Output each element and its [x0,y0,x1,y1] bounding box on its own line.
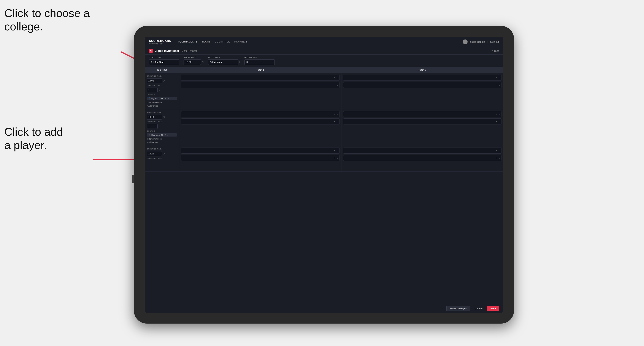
slot-chevron-6-1[interactable]: ⌄ [498,150,500,152]
slot-x-3-1[interactable]: ✕ [334,113,336,115]
remove-group-2[interactable]: ○ Remove Group [147,138,177,140]
team2-col-2: ✕ ⌄ ✕ ⌄ [342,109,504,146]
group-size-select[interactable]: 3 [244,59,275,65]
remove-icon-2: ○ [147,138,148,140]
slot-chevron-2-2[interactable]: ⌄ [498,84,500,86]
starting-time-label-1: STARTING TIME: [147,75,177,77]
table-header: Tee Time Team 1 Team 2 [145,67,503,73]
intervals-row: 10 Minutes ℹ [208,59,240,65]
tablet-device: SCOREBOARD Powered by clippd TOURNAMENTS… [134,26,514,324]
tablet-screen: SCOREBOARD Powered by clippd TOURNAMENTS… [145,37,503,313]
hole-field-1: ⌄ [147,88,177,92]
nav-link-tournaments[interactable]: TOURNAMENTS [178,39,198,44]
nav-link-rankings[interactable]: RANKINGS [234,39,248,44]
time-field-3: ⏱ [147,151,177,156]
remove-group-1[interactable]: ○ Remove Group [147,101,177,104]
slot-chevron-4-1[interactable]: ⌄ [498,113,500,115]
col-tee-time: Tee Time [145,67,179,73]
add-icon-2: + [147,141,148,144]
slot-actions-2-1: ✕ ⌄ [496,77,500,79]
player-slot-5-2[interactable]: ✕ ⌄ [181,155,340,161]
time-clock-icon-3: ⏱ [163,153,165,155]
slot-x-1-1[interactable]: ✕ [334,77,336,79]
player-slot-2-1[interactable]: ✕ ⌄ [343,75,502,81]
slot-chevron-5-1[interactable]: ⌄ [336,150,338,152]
slot-x-6-2[interactable]: ✕ [496,157,497,159]
slot-chevron-1-2[interactable]: ⌄ [336,84,338,86]
add-group-2[interactable]: + Add Group [147,141,177,144]
hole-input-1[interactable] [147,88,158,92]
hole-chevron-2: ⌄ [158,125,160,128]
add-group-1[interactable]: + Add Group [147,105,177,107]
slot-x-4-2[interactable]: ✕ [496,120,497,123]
player-slot-3-1[interactable]: ✕ ⌄ [181,111,340,117]
team2-col-1: ✕ ⌄ ✕ ⌄ [342,73,504,109]
slot-x-1-2[interactable]: ✕ [334,84,336,86]
slot-x-2-1[interactable]: ✕ [496,77,497,79]
time-clock-icon-2: ⏱ [163,116,165,118]
slot-chevron-1-1[interactable]: ⌄ [336,77,338,79]
player-slot-4-2[interactable]: ✕ ⌄ [343,118,502,125]
col-team2: Team 2 [341,67,503,73]
time-field-2: ⏱ [147,115,177,120]
slot-chevron-3-2[interactable]: ⌄ [336,120,338,123]
slot-x-2-2[interactable]: ✕ [496,84,497,86]
course-remove-1[interactable]: ✕ [168,97,170,100]
player-slot-4-1[interactable]: ✕ ⌄ [343,111,502,117]
slot-actions-1-2: ✕ ⌄ [334,84,338,86]
sign-out-link[interactable]: Sign out [490,40,499,43]
starting-hole-label-3: STARTING HOLE: [147,157,177,159]
slot-x-5-2[interactable]: ✕ [334,157,336,159]
course-remove-2[interactable]: ✕ [164,134,166,136]
player-slot-1-2[interactable]: ✕ ⌄ [181,82,340,88]
slot-chevron-6-2[interactable]: ⌄ [498,157,500,159]
slot-actions-5-1: ✕ ⌄ [334,150,338,152]
slot-chevron-4-2[interactable]: ⌄ [498,120,500,123]
intervals-select[interactable]: 10 Minutes [208,59,238,65]
course-name-1: (A) Peachtree GC [152,98,167,100]
start-time-input[interactable] [184,59,201,65]
time-input-3[interactable] [147,151,162,156]
cancel-button[interactable]: Cancel [472,306,486,311]
nav-link-teams[interactable]: TEAMS [202,39,210,44]
team1-col-1: ✕ ⌄ ✕ ⌄ [179,73,342,109]
course-icon-2: 🏌 [148,134,150,136]
course-chevron-1[interactable]: ⌄ [170,97,172,100]
intervals-group: Intervals 10 Minutes ℹ [208,56,240,65]
player-slot-5-1[interactable]: ✕ ⌄ [181,148,340,154]
player-slot-2-2[interactable]: ✕ ⌄ [343,82,502,88]
time-field-1: ⏱ [147,78,177,83]
group-left-3: STARTING TIME: ⏱ STARTING HOLE: [145,146,179,172]
player-slot-1-1[interactable]: ✕ ⌄ [181,75,340,81]
course-tag-1[interactable]: 🏌 (A) Peachtree GC ✕ ⌄ [147,97,177,100]
annotation-college: Click to choose a college. [4,6,90,33]
course-tag-2[interactable]: 🏌 East Lake GC ✕ ⌄ [147,133,177,137]
slot-chevron-2-1[interactable]: ⌄ [498,77,500,79]
player-slot-6-1[interactable]: ✕ ⌄ [343,148,502,154]
course-chevron-2[interactable]: ⌄ [167,134,169,136]
reset-button[interactable]: Reset Changes [446,306,470,311]
content-area[interactable]: STARTING TIME: ⏱ STARTING HOLE: ⌄ COURSE… [145,73,503,304]
slot-x-5-1[interactable]: ✕ [334,150,336,152]
time-input-2[interactable] [147,115,162,120]
nav-link-committee[interactable]: COMMITTEE [215,39,230,44]
start-time-row: ⏱ [184,59,204,65]
sub-header: C Clippd Invitational (Men) Hosting ‹ Ba… [145,47,503,55]
slot-chevron-5-2[interactable]: ⌄ [336,157,338,159]
slot-actions-2-2: ✕ ⌄ [496,84,500,86]
controls-row: Start Type 1st Tee Start Start Time ⏱ In… [145,55,503,67]
slot-x-6-1[interactable]: ✕ [496,150,497,152]
back-button[interactable]: ‹ Back [492,49,499,52]
course-label-1: COURSE: [147,94,177,96]
slot-x-3-2[interactable]: ✕ [334,120,336,123]
gender-badge: (Men) [181,49,187,52]
save-button[interactable]: Save [487,306,499,311]
player-slot-6-2[interactable]: ✕ ⌄ [343,155,502,161]
start-type-group: Start Type 1st Tee Start [149,56,179,65]
slot-x-4-1[interactable]: ✕ [496,113,497,115]
time-input-1[interactable] [147,78,162,83]
player-slot-3-2[interactable]: ✕ ⌄ [181,118,340,125]
hole-input-2[interactable] [147,124,158,129]
slot-chevron-3-1[interactable]: ⌄ [336,113,338,115]
start-type-select[interactable]: 1st Tee Start [149,59,179,65]
